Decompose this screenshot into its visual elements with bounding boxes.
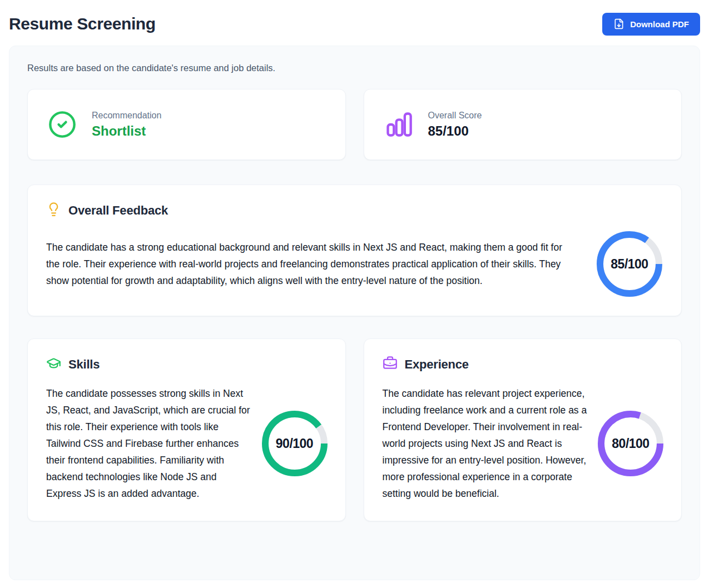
bar-chart-icon xyxy=(384,110,413,139)
skills-score-ring: 90/100 xyxy=(262,411,328,476)
overall-score-value: 85/100 xyxy=(428,123,482,139)
overall-feedback-title: Overall Feedback xyxy=(68,203,168,218)
recommendation-value: Shortlist xyxy=(92,123,161,139)
experience-text: The candidate has relevant project exper… xyxy=(383,385,589,502)
recommendation-card: Recommendation Shortlist xyxy=(27,89,346,160)
skills-score: 90/100 xyxy=(262,411,328,476)
download-pdf-button[interactable]: Download PDF xyxy=(602,13,700,36)
top-bar: Resume Screening Download PDF xyxy=(0,0,709,46)
graduation-cap-icon xyxy=(46,356,61,373)
overall-feedback-text: The candidate has a strong educational b… xyxy=(46,239,574,289)
detail-sections-row: Skills The candidate possesses strong sk… xyxy=(27,338,682,521)
briefcase-icon xyxy=(383,356,398,373)
experience-score: 80/100 xyxy=(598,411,663,476)
experience-score-ring: 80/100 xyxy=(598,411,663,476)
skills-title: Skills xyxy=(68,357,100,372)
overall-feedback-body: The candidate has a strong educational b… xyxy=(46,231,662,297)
overall-feedback-card: Overall Feedback The candidate has a str… xyxy=(27,185,682,316)
overall-feedback-score-ring: 85/100 xyxy=(597,231,662,297)
file-download-icon xyxy=(613,18,624,29)
skills-header: Skills xyxy=(46,356,328,373)
overall-score-card: Overall Score 85/100 xyxy=(364,89,682,160)
download-pdf-label: Download PDF xyxy=(630,19,689,29)
skills-card: Skills The candidate possesses strong sk… xyxy=(27,338,346,521)
overall-score-label: Overall Score xyxy=(428,111,482,121)
page-title: Resume Screening xyxy=(9,14,156,33)
stats-row: Recommendation Shortlist Overall Score 8… xyxy=(27,89,682,160)
lightbulb-icon xyxy=(46,202,61,219)
recommendation-label: Recommendation xyxy=(92,111,161,121)
overall-feedback-score: 85/100 xyxy=(597,231,662,297)
skills-text: The candidate possesses strong skills in… xyxy=(46,385,253,502)
experience-header: Experience xyxy=(383,356,664,373)
experience-body: The candidate has relevant project exper… xyxy=(383,385,664,502)
check-circle-icon xyxy=(48,110,77,139)
skills-body: The candidate possesses strong skills in… xyxy=(46,385,328,502)
results-panel: Results are based on the candidate's res… xyxy=(9,46,700,580)
experience-title: Experience xyxy=(405,357,469,372)
recommendation-content: Recommendation Shortlist xyxy=(92,111,161,139)
overall-score-content: Overall Score 85/100 xyxy=(428,111,482,139)
intro-text: Results are based on the candidate's res… xyxy=(27,63,682,73)
experience-card: Experience The candidate has relevant pr… xyxy=(364,338,682,521)
overall-feedback-header: Overall Feedback xyxy=(46,202,662,219)
